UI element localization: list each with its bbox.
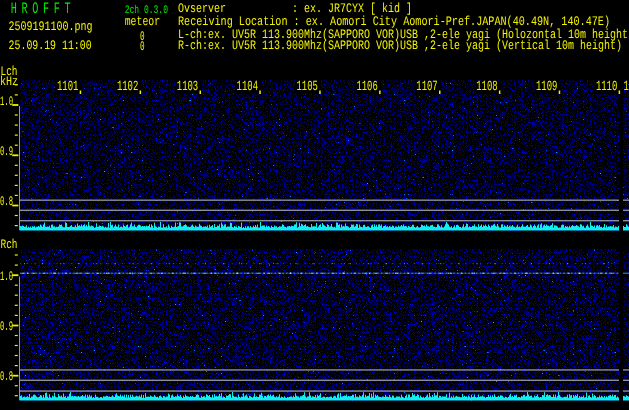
svg-text:0.8: 0.8 bbox=[0, 369, 13, 384]
svg-text:F: F bbox=[43, 0, 49, 18]
svg-text:1.0: 1.0 bbox=[0, 94, 13, 109]
svg-text:0.9: 0.9 bbox=[0, 319, 13, 334]
svg-text:0.9: 0.9 bbox=[0, 144, 13, 159]
svg-text:1109: 1109 bbox=[536, 79, 557, 95]
svg-text:R: R bbox=[21, 0, 27, 18]
svg-text:1104: 1104 bbox=[237, 79, 258, 95]
svg-text:meteor: meteor bbox=[125, 14, 160, 29]
svg-text:2509191100.png: 2509191100.png bbox=[9, 19, 93, 34]
svg-text:kHz: kHz bbox=[0, 74, 18, 89]
svg-text:1110: 1110 bbox=[596, 79, 617, 95]
svg-text:1103: 1103 bbox=[177, 79, 198, 95]
svg-text:25.09.19 11:00: 25.09.19 11:00 bbox=[9, 38, 92, 53]
svg-text:11: 11 bbox=[623, 79, 629, 95]
svg-text:Rch: Rch bbox=[1, 237, 18, 252]
svg-text:1101: 1101 bbox=[57, 79, 78, 95]
svg-text:1108: 1108 bbox=[476, 79, 497, 95]
svg-text:T: T bbox=[64, 0, 70, 18]
svg-text:0.8: 0.8 bbox=[0, 194, 13, 209]
svg-text:1102: 1102 bbox=[117, 79, 138, 95]
svg-text:R-ch:ex. UV5R 113.900Mhz(SAPPO: R-ch:ex. UV5R 113.900Mhz(SAPPORO VOR)USB… bbox=[178, 38, 622, 53]
svg-text:F: F bbox=[54, 0, 60, 18]
svg-text:H: H bbox=[11, 0, 17, 18]
svg-text:O: O bbox=[32, 0, 38, 18]
svg-text:1107: 1107 bbox=[416, 79, 437, 95]
svg-text:0: 0 bbox=[140, 39, 145, 54]
svg-text:1105: 1105 bbox=[297, 79, 318, 95]
svg-text:1106: 1106 bbox=[356, 79, 377, 95]
svg-text:1.0: 1.0 bbox=[0, 269, 13, 284]
